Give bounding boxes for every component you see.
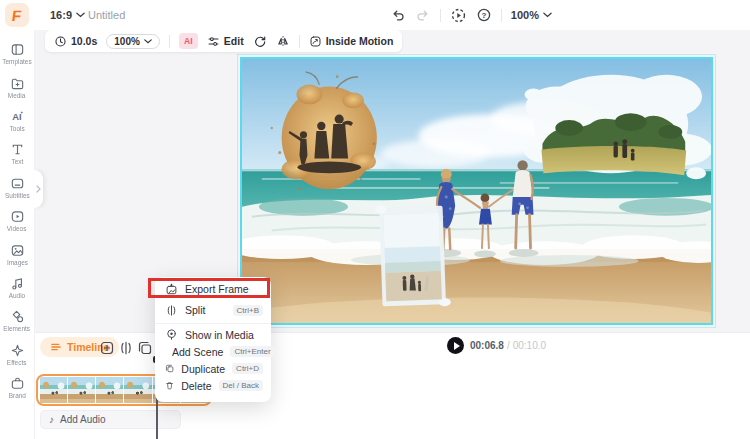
edit-button[interactable]: Edit <box>207 35 244 48</box>
music-note-icon: ♪ <box>49 414 54 425</box>
canvas-zoom-selector[interactable]: 100% <box>511 9 552 21</box>
sidebar-item-images[interactable]: Images <box>0 237 35 270</box>
sidebar-item-effects[interactable]: Effects <box>0 338 35 371</box>
flip-icon[interactable] <box>276 34 290 48</box>
divider <box>440 9 441 22</box>
media-icon <box>10 76 25 91</box>
show-in-media-icon <box>165 328 178 341</box>
project-title[interactable]: Untitled <box>88 0 125 30</box>
sidebar-item-brand[interactable]: Brand <box>0 371 35 404</box>
clock-icon <box>54 35 67 48</box>
menu-item-add-scene[interactable]: Add Scene Ctrl+Enter <box>155 343 271 360</box>
videos-icon <box>10 209 25 224</box>
sidebar-collapse-handle[interactable] <box>34 170 43 208</box>
redo-icon[interactable] <box>415 7 431 23</box>
clip-frame <box>40 377 67 403</box>
duplicate-icon <box>165 362 174 375</box>
effects-icon <box>10 343 25 358</box>
aspect-ratio-value: 16:9 <box>50 9 72 21</box>
timeline-icon <box>50 341 62 353</box>
clip-frame <box>124 377 151 403</box>
undo-icon[interactable] <box>390 7 406 23</box>
current-time: 00:06.8 <box>470 340 504 351</box>
top-header: F 16:9 Untitled ? 100% <box>0 0 750 30</box>
header-actions: ? 100% <box>390 0 552 30</box>
play-icon <box>454 342 460 350</box>
menu-divider <box>155 323 271 324</box>
preview-icon[interactable] <box>450 7 467 24</box>
app-logo[interactable]: F <box>5 3 29 27</box>
duration-control[interactable]: 10.0s <box>54 35 97 48</box>
app-window: F 16:9 Untitled ? 100% Templates <box>0 0 750 439</box>
chevron-down-icon <box>543 12 552 18</box>
sliders-icon <box>207 35 220 48</box>
sidebar-item-audio[interactable]: Audio <box>0 271 35 304</box>
svg-text:AI: AI <box>12 112 21 122</box>
edit-toolbar: 10.0s 100% AI Edit Inside Motion <box>45 30 402 52</box>
sidebar-item-elements[interactable]: Elements <box>0 304 35 337</box>
menu-item-show-in-media[interactable]: Show in Media <box>155 326 271 343</box>
sidebar-item-subtitles[interactable]: Subtitles <box>0 171 35 204</box>
menu-item-delete[interactable]: Delete Del / Back <box>155 377 271 394</box>
overlay-photo-beach <box>375 204 451 309</box>
sidebar-item-tools[interactable]: AI Tools <box>0 104 35 137</box>
inside-motion-button[interactable]: Inside Motion <box>309 35 394 48</box>
images-icon <box>10 243 25 258</box>
add-scene-button[interactable] <box>99 340 115 356</box>
delete-icon <box>165 379 174 392</box>
play-button[interactable] <box>447 337 464 354</box>
divider <box>169 35 170 48</box>
sidebar-item-videos[interactable]: Videos <box>0 204 35 237</box>
timeline-zoom-selector[interactable]: 100% <box>106 34 160 49</box>
canvas-preview[interactable] <box>240 57 713 325</box>
menu-item-split[interactable]: Split Ctrl+B <box>155 299 271 321</box>
divider <box>299 35 300 48</box>
clip-frame <box>96 377 123 403</box>
logo-letter: F <box>11 7 23 24</box>
text-icon <box>10 142 25 157</box>
ai-tools-icon: AI <box>10 109 25 124</box>
add-audio-button[interactable]: ♪ Add Audio <box>40 410 181 429</box>
brand-icon <box>10 376 25 391</box>
clip-frame <box>68 377 95 403</box>
time-display: 00:06.8 / 00:10.0 <box>470 340 546 351</box>
sidebar: Templates Media AI Tools Text Subtitles … <box>0 30 35 439</box>
ai-tools-button[interactable]: AI <box>179 33 198 49</box>
chevron-right-icon <box>36 185 41 193</box>
chevron-down-icon <box>76 12 85 18</box>
elements-icon <box>10 309 25 324</box>
sidebar-item-templates[interactable]: Templates <box>0 37 35 70</box>
canvas-zoom-value: 100% <box>511 9 539 21</box>
menu-item-duplicate[interactable]: Duplicate Ctrl+D <box>155 360 271 377</box>
duplicate-button[interactable] <box>137 340 153 356</box>
subtitles-icon <box>10 176 25 191</box>
sidebar-item-text[interactable]: Text <box>0 137 35 170</box>
overlay-photo-field <box>524 75 711 179</box>
split-button[interactable] <box>118 340 134 356</box>
export-frame-highlight <box>148 278 270 298</box>
rotate-icon[interactable] <box>253 34 267 48</box>
templates-icon <box>10 42 25 57</box>
aspect-ratio-selector[interactable]: 16:9 <box>50 0 85 30</box>
audio-icon <box>10 276 25 291</box>
svg-text:?: ? <box>481 11 486 20</box>
canvas-scene <box>242 59 711 323</box>
chevron-down-icon <box>144 39 152 44</box>
sidebar-item-media[interactable]: Media <box>0 70 35 103</box>
help-icon[interactable]: ? <box>476 7 492 23</box>
split-icon <box>165 304 178 317</box>
total-time: 00:10.0 <box>513 340 546 351</box>
divider <box>501 9 502 22</box>
inside-motion-icon <box>309 35 322 48</box>
